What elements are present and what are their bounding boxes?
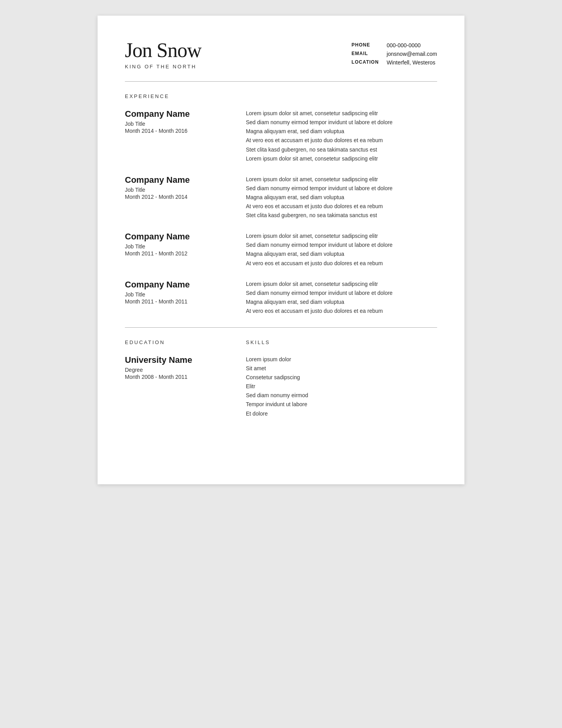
skill-item: Sed diam nonumy eirmod	[246, 391, 437, 400]
job-dates: Month 2011 - Month 2011	[125, 298, 234, 305]
location-label: LOCATION	[352, 59, 379, 65]
skill-item: Sit amet	[246, 364, 437, 373]
skill-item: Elitr	[246, 382, 437, 391]
university-name: University Name	[125, 355, 234, 365]
education-section: EDUCATION University Name Degree Month 2…	[125, 339, 234, 418]
entry-right: Lorem ipsum dolor sit amet, consetetur s…	[246, 232, 437, 268]
bottom-divider	[125, 327, 437, 328]
email-label: EMAIL	[352, 51, 379, 56]
header-left: Jon Snow KING OF THE NORTH	[125, 39, 352, 70]
entry-right: Lorem ipsum dolor sit amet, consetetur s…	[246, 280, 437, 316]
skills-section: SKILLS Lorem ipsum dolorSit ametConsetet…	[246, 339, 437, 418]
job-title: Job Title	[125, 121, 234, 127]
candidate-name: Jon Snow	[125, 39, 352, 61]
job-description: Lorem ipsum dolor sit amet, consetetur s…	[246, 280, 437, 316]
company-name: Company Name	[125, 109, 234, 119]
skill-item: Tempor invidunt ut labore	[246, 400, 437, 409]
location-value: Winterfell, Westeros	[387, 59, 437, 66]
header-divider	[125, 81, 437, 82]
experience-entry: Company NameJob TitleMonth 2014 - Month …	[125, 109, 437, 163]
experience-entry: Company NameJob TitleMonth 2011 - Month …	[125, 280, 437, 316]
job-title: Job Title	[125, 291, 234, 298]
job-description: Lorem ipsum dolor sit amet, consetetur s…	[246, 232, 437, 268]
skills-list: Lorem ipsum dolorSit ametConsetetur sadi…	[246, 355, 437, 418]
bottom-section: EDUCATION University Name Degree Month 2…	[125, 339, 437, 418]
entry-left: Company NameJob TitleMonth 2012 - Month …	[125, 175, 234, 220]
skill-item: Consetetur sadipscing	[246, 373, 437, 382]
edu-dates: Month 2008 - Month 2011	[125, 374, 234, 380]
experience-section: EXPERIENCE Company NameJob TitleMonth 20…	[125, 93, 437, 316]
job-dates: Month 2011 - Month 2012	[125, 250, 234, 257]
entry-left: Company NameJob TitleMonth 2011 - Month …	[125, 232, 234, 268]
job-dates: Month 2014 - Month 2016	[125, 128, 234, 134]
education-section-title: EDUCATION	[125, 339, 234, 345]
experience-entry: Company NameJob TitleMonth 2011 - Month …	[125, 232, 437, 268]
skill-item: Lorem ipsum dolor	[246, 355, 437, 364]
job-description: Lorem ipsum dolor sit amet, consetetur s…	[246, 175, 437, 220]
company-name: Company Name	[125, 175, 234, 185]
resume-page: Jon Snow KING OF THE NORTH PHONE 000-000…	[98, 16, 464, 484]
contact-info: PHONE 000-000-0000 EMAIL jonsnow@email.c…	[352, 39, 437, 66]
phone-label: PHONE	[352, 42, 379, 48]
job-description: Lorem ipsum dolor sit amet, consetetur s…	[246, 109, 437, 163]
phone-value: 000-000-0000	[387, 42, 437, 48]
skills-section-title: SKILLS	[246, 339, 437, 345]
entry-right: Lorem ipsum dolor sit amet, consetetur s…	[246, 175, 437, 220]
entry-left: Company NameJob TitleMonth 2014 - Month …	[125, 109, 234, 163]
job-dates: Month 2012 - Month 2014	[125, 194, 234, 200]
skill-item: Et dolore	[246, 409, 437, 418]
experience-entries: Company NameJob TitleMonth 2014 - Month …	[125, 109, 437, 316]
entry-right: Lorem ipsum dolor sit amet, consetetur s…	[246, 109, 437, 163]
entry-left: Company NameJob TitleMonth 2011 - Month …	[125, 280, 234, 316]
job-title: Job Title	[125, 243, 234, 250]
experience-entry: Company NameJob TitleMonth 2012 - Month …	[125, 175, 437, 220]
candidate-subtitle: KING OF THE NORTH	[125, 64, 352, 70]
experience-section-title: EXPERIENCE	[125, 93, 437, 99]
company-name: Company Name	[125, 280, 234, 290]
header: Jon Snow KING OF THE NORTH PHONE 000-000…	[125, 39, 437, 70]
company-name: Company Name	[125, 232, 234, 242]
email-value: jonsnow@email.com	[387, 51, 437, 57]
degree: Degree	[125, 367, 234, 373]
job-title: Job Title	[125, 187, 234, 193]
